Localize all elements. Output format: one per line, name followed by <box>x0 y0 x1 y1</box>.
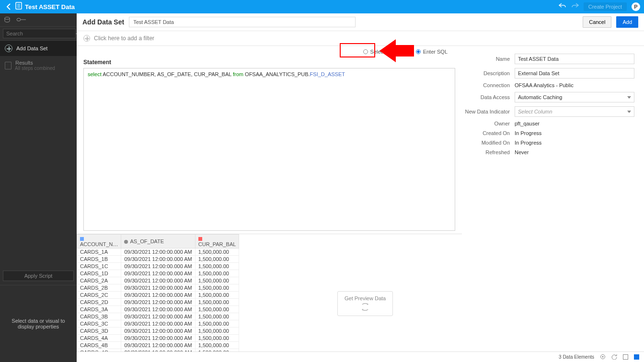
prop-new-data-indicator-select[interactable]: Select Column <box>515 106 634 117</box>
sidebar-item-results[interactable]: Results All steps combined <box>0 56 77 75</box>
sidebar-toolbar <box>0 13 77 27</box>
table-row[interactable]: CARDS_1B09/30/2021 12:00:00.000 AM1,500,… <box>77 256 239 263</box>
prop-name-input[interactable] <box>515 54 634 64</box>
annotation-arrow-icon <box>380 39 396 62</box>
refresh-icon[interactable] <box>611 354 617 361</box>
data-preview-grid[interactable]: ACCOUNT_N… AS_OF_DATE CUR_PAR_BAL CARDS_… <box>77 234 462 351</box>
undo-icon[interactable] <box>559 2 566 11</box>
properties-panel: Name Description ConnectionOFSAA Analyti… <box>462 46 644 351</box>
table-row[interactable]: CARDS_2C09/30/2021 12:00:00.000 AM1,500,… <box>77 292 239 299</box>
table-row[interactable]: CARDS_3C09/30/2021 12:00:00.000 AM1,500,… <box>77 320 239 328</box>
sidebar-footer-hint: Select data or visual to display propert… <box>0 285 77 362</box>
get-preview-data-button[interactable]: Get Preview Data <box>337 291 393 316</box>
table-row[interactable]: CARDS_2D09/30/2021 12:00:00.000 AM1,500,… <box>77 299 239 306</box>
refresh-icon <box>360 303 370 312</box>
add-filter-icon <box>83 35 90 42</box>
back-button[interactable] <box>4 3 13 10</box>
prop-owner-value: pft_qauser <box>515 121 634 126</box>
svg-point-5 <box>17 18 21 21</box>
sidebar-item-add-data-set[interactable]: Add Data Set <box>0 41 77 56</box>
document-icon <box>15 2 22 11</box>
mode-toggle: Select Columns Enter SQL <box>77 46 462 57</box>
prop-refreshed-value: Never <box>515 149 634 155</box>
table-row[interactable]: CARDS_1D09/30/2021 12:00:00.000 AM1,500,… <box>77 270 239 277</box>
sidebar: + Add Data Set Results All steps combine… <box>0 13 77 362</box>
col-as-of-date: AS_OF_DATE <box>121 235 195 249</box>
sql-editor[interactable]: select ACCOUNT_NUMBER, AS_OF_DATE, CUR_P… <box>83 68 455 231</box>
table-row[interactable]: CARDS_4A09/30/2021 12:00:00.000 AM1,500,… <box>77 335 239 342</box>
redo-icon[interactable] <box>571 2 579 11</box>
settings-icon[interactable] <box>600 354 606 361</box>
filter-placeholder: Click here to add a filter <box>94 35 154 42</box>
dataset-name-input[interactable] <box>129 17 356 27</box>
svg-point-4 <box>5 17 10 19</box>
apply-script-button: Apply Script <box>3 271 74 281</box>
page-title: Test ASSET Data <box>25 3 559 11</box>
table-row[interactable]: CARDS_3B09/30/2021 12:00:00.000 AM1,500,… <box>77 313 239 320</box>
header-bar: Add Data Set Cancel Add <box>77 13 644 31</box>
top-bar: Test ASSET Data Create Project P <box>0 0 644 13</box>
chevron-down-icon <box>627 111 631 113</box>
table-row[interactable]: CARDS_2B09/30/2021 12:00:00.000 AM1,500,… <box>77 284 239 292</box>
table-row[interactable]: CARDS_3D09/30/2021 12:00:00.000 AM1,500,… <box>77 328 239 335</box>
plus-circle-icon <box>5 45 12 52</box>
table-row[interactable]: CARDS_3A09/30/2021 12:00:00.000 AM1,500,… <box>77 306 239 313</box>
data-model-icon[interactable] <box>4 16 11 24</box>
table-row[interactable]: CARDS_2A09/30/2021 12:00:00.000 AM1,500,… <box>77 277 239 284</box>
section-title: Add Data Set <box>82 18 124 26</box>
add-button[interactable]: Add <box>616 16 638 28</box>
prop-connection-value: OFSAA Analytics - Public <box>515 82 634 88</box>
svg-point-8 <box>602 356 604 357</box>
prop-modified-value: In Progress <box>515 140 634 146</box>
prop-data-access-select[interactable]: Automatic Caching <box>515 92 634 102</box>
table-row[interactable]: CARDS_1C09/30/2021 12:00:00.000 AM1,500,… <box>77 263 239 270</box>
radio-dot-icon <box>416 49 421 54</box>
radio-enter-sql[interactable]: Enter SQL <box>416 49 448 55</box>
statement-label: Statement <box>83 59 111 66</box>
table-row[interactable]: CARDS_4B09/30/2021 12:00:00.000 AM1,500,… <box>77 342 239 349</box>
data-flow-icon[interactable] <box>16 17 26 23</box>
col-account-number: ACCOUNT_N… <box>77 235 121 249</box>
results-icon <box>5 62 12 69</box>
status-data-elements: 3 Data Elements <box>559 354 594 360</box>
annotation-highlight <box>340 43 375 57</box>
chevron-down-icon <box>627 96 631 99</box>
status-bar: 3 Data Elements <box>77 351 644 362</box>
prop-created-value: In Progress <box>515 130 634 136</box>
table-row[interactable]: CARDS_1A09/30/2021 12:00:00.000 AM1,500,… <box>77 249 239 256</box>
cancel-button[interactable]: Cancel <box>583 16 611 28</box>
avatar[interactable]: P <box>632 2 640 11</box>
table-row[interactable]: CARDS_4C09/30/2021 12:00:00.000 AM1,500,… <box>77 349 239 352</box>
col-cur-par-bal: CUR_PAR_BAL <box>195 235 239 249</box>
view-grid-icon[interactable] <box>634 354 639 360</box>
view-list-icon[interactable] <box>623 354 628 360</box>
prop-description-input[interactable] <box>515 68 634 79</box>
create-project-button[interactable]: Create Project <box>584 2 627 11</box>
search-input[interactable] <box>3 29 76 38</box>
